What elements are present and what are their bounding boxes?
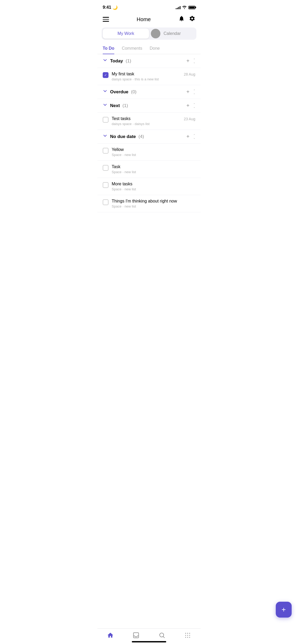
table-row: Test tasks daisys space › daisys list 23… bbox=[97, 113, 201, 130]
section-count: (1) bbox=[126, 58, 131, 64]
task-name: Test tasks bbox=[112, 116, 180, 121]
task-checkbox[interactable] bbox=[103, 199, 109, 205]
add-task-button[interactable]: + bbox=[186, 89, 189, 95]
task-path: Space › new list bbox=[112, 187, 195, 191]
section-count: (0) bbox=[131, 89, 137, 95]
drag-handle[interactable] bbox=[151, 29, 160, 38]
task-path: daisys space › this is a new list bbox=[112, 77, 180, 81]
add-task-button[interactable]: + bbox=[186, 58, 189, 64]
header-title: Home bbox=[137, 16, 151, 22]
tab-my-work[interactable]: My Work bbox=[103, 29, 149, 39]
menu-button[interactable] bbox=[103, 17, 109, 22]
sort-button[interactable] bbox=[193, 103, 195, 108]
section-title: Overdue bbox=[110, 89, 128, 95]
app-header: Home bbox=[97, 13, 201, 27]
signal-icon bbox=[176, 6, 180, 9]
chevron-right-icon: › bbox=[133, 122, 134, 126]
section-count: (1) bbox=[123, 103, 128, 108]
status-icons bbox=[176, 5, 195, 10]
chevron-right-icon: › bbox=[123, 205, 124, 208]
task-name: Yellow bbox=[112, 147, 195, 152]
chevron-right-icon: › bbox=[123, 188, 124, 191]
add-task-button[interactable]: + bbox=[186, 103, 189, 109]
section-count: (4) bbox=[138, 134, 144, 139]
chevron-down-icon[interactable] bbox=[103, 134, 107, 140]
add-task-button[interactable]: + bbox=[186, 134, 189, 140]
section-overdue-header: Overdue (0) + bbox=[97, 85, 201, 99]
wifi-icon bbox=[182, 5, 187, 10]
table-row: Yellow Space › new list bbox=[97, 144, 201, 161]
header-actions bbox=[178, 15, 195, 23]
main-tabs: My Work Calendar bbox=[102, 27, 196, 40]
time-label: 9:41 bbox=[103, 5, 111, 10]
section-title: Next bbox=[110, 103, 120, 108]
table-row: More tasks Space › new list bbox=[97, 178, 201, 195]
task-checkbox[interactable] bbox=[103, 182, 109, 188]
table-row: Things I'm thinking about right now Spac… bbox=[97, 195, 201, 212]
battery-icon bbox=[188, 6, 195, 9]
chevron-right-icon: › bbox=[133, 78, 134, 81]
task-checkbox[interactable] bbox=[103, 165, 109, 171]
task-name: Things I'm thinking about right now bbox=[112, 199, 195, 204]
task-path: Space › new list bbox=[112, 204, 195, 208]
tab-comments[interactable]: Comments bbox=[122, 46, 142, 54]
task-path: daisys space › daisys list bbox=[112, 122, 180, 126]
chevron-right-icon: › bbox=[123, 171, 124, 174]
section-no-due-date-header: No due date (4) + bbox=[97, 130, 201, 144]
task-name: More tasks bbox=[112, 182, 195, 186]
section-today-header: Today (1) + bbox=[97, 54, 201, 68]
chevron-down-icon[interactable] bbox=[103, 58, 107, 64]
table-row: Task Space › new list bbox=[97, 161, 201, 178]
chevron-right-icon: › bbox=[123, 153, 124, 157]
task-checkbox[interactable]: ✓ bbox=[103, 72, 109, 78]
task-checkbox[interactable] bbox=[103, 117, 109, 123]
table-row: ✓ My first task daisys space › this is a… bbox=[97, 68, 201, 85]
moon-icon: 🌙 bbox=[112, 5, 118, 10]
bell-icon[interactable] bbox=[178, 15, 185, 23]
status-bar: 9:41 🌙 bbox=[97, 0, 201, 13]
chevron-down-icon[interactable] bbox=[103, 103, 107, 109]
sort-button[interactable] bbox=[193, 134, 195, 139]
main-content: Today (1) + ✓ My first task daisys space… bbox=[97, 54, 201, 244]
task-name: Task bbox=[112, 164, 195, 169]
sort-button[interactable] bbox=[193, 89, 195, 95]
chevron-down-icon[interactable] bbox=[103, 89, 107, 95]
sort-button[interactable] bbox=[193, 58, 195, 64]
tab-todo[interactable]: To Do bbox=[103, 46, 114, 54]
section-next-header: Next (1) + bbox=[97, 99, 201, 113]
gear-icon[interactable] bbox=[189, 15, 195, 23]
section-title: Today bbox=[110, 58, 123, 64]
task-name: My first task bbox=[112, 72, 180, 76]
section-title: No due date bbox=[110, 134, 136, 139]
task-path: Space › new list bbox=[112, 170, 195, 174]
sub-tabs: To Do Comments Done bbox=[97, 42, 201, 54]
task-date: 28 Aug bbox=[184, 72, 195, 76]
status-time: 9:41 🌙 bbox=[103, 5, 118, 10]
task-path: Space › new list bbox=[112, 153, 195, 157]
tab-done[interactable]: Done bbox=[150, 46, 160, 54]
task-date: 23 Aug bbox=[184, 117, 195, 121]
task-checkbox[interactable] bbox=[103, 148, 109, 154]
